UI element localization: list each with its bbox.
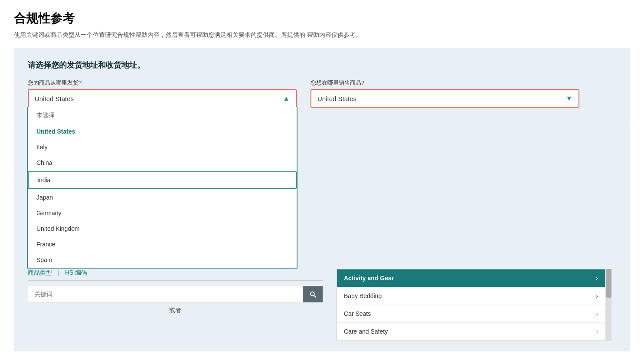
- main-card: 请选择您的发货地址和收货地址。 您的商品从哪里发货? United States…: [14, 48, 630, 121]
- category-item-label: Activity and Gear: [344, 275, 394, 282]
- dropdown-item-india[interactable]: India: [28, 171, 297, 189]
- to-select-display[interactable]: United States ▼: [311, 90, 579, 107]
- dropdown-item-united-kingdom[interactable]: United Kingdom: [28, 221, 297, 236]
- dropdown-item-united-states[interactable]: United States: [28, 124, 297, 139]
- from-dropdown-container: United States ▲ 未选择 United States Italy …: [28, 89, 297, 107]
- category-wrapper: Activity and Gear › Baby Bedding › Car S…: [337, 269, 605, 341]
- from-chevron-up-icon: ▲: [283, 95, 290, 102]
- dropdown-item-france[interactable]: France: [28, 236, 297, 252]
- page-title: 合规性参考: [14, 10, 630, 27]
- tab-hs-code[interactable]: HS 编码: [65, 269, 87, 277]
- from-select-display[interactable]: United States ▲: [29, 90, 296, 107]
- category-item-label: Baby Bedding: [344, 292, 382, 299]
- to-field-label: 您想在哪里销售商品?: [311, 79, 579, 87]
- chevron-right-icon: ›: [596, 275, 598, 282]
- category-item-label: Car Seats: [344, 310, 371, 317]
- card-subtitle: 请选择您的发货地址和收货地址。: [28, 60, 616, 70]
- category-item-activity-gear[interactable]: Activity and Gear ›: [337, 269, 605, 287]
- category-list: Activity and Gear › Baby Bedding › Car S…: [337, 269, 605, 341]
- to-address-field: 您想在哪里销售商品? United States ▼: [311, 79, 579, 108]
- search-row: [28, 286, 323, 302]
- dropdown-item-germany[interactable]: Germany: [28, 205, 297, 221]
- from-select-wrapper[interactable]: United States ▲: [28, 89, 297, 107]
- from-dropdown-list: 未选择 United States Italy China India Japa…: [27, 107, 297, 269]
- address-row: 您的商品从哪里发货? United States ▲ 未选择 United St…: [28, 79, 616, 108]
- search-button[interactable]: [303, 286, 323, 302]
- or-divider: 或者: [28, 307, 323, 315]
- chevron-right-icon: ›: [596, 292, 598, 299]
- from-address-field: 您的商品从哪里发货? United States ▲ 未选择 United St…: [28, 79, 297, 107]
- tab-bar: 商品类型 ｜ HS 编码: [28, 269, 323, 281]
- left-panel: 商品类型 ｜ HS 编码 或者: [28, 269, 323, 319]
- dropdown-item-china[interactable]: China: [28, 155, 297, 171]
- dropdown-item-unselected[interactable]: 未选择: [28, 107, 297, 124]
- chevron-right-icon: ›: [596, 328, 598, 335]
- to-chevron-down-icon: ▼: [566, 95, 572, 102]
- page-description: 使用关键词或商品类型从一个位置研究合规性帮助内容，然后查看可帮助您满足相关要求的…: [14, 31, 630, 39]
- scrollbar-track[interactable]: [606, 269, 611, 341]
- to-select-wrapper[interactable]: United States ▼: [311, 89, 579, 108]
- category-item-baby-bedding[interactable]: Baby Bedding ›: [337, 287, 605, 305]
- tab-product-type[interactable]: 商品类型: [28, 269, 52, 277]
- search-icon: [309, 290, 317, 298]
- search-input[interactable]: [28, 286, 303, 302]
- tab-separator: ｜: [56, 269, 62, 277]
- category-item-label: Care and Safety: [344, 328, 388, 335]
- from-selected-value: United States: [35, 95, 74, 102]
- from-field-label: 您的商品从哪里发货?: [28, 79, 297, 87]
- right-panel: Activity and Gear › Baby Bedding › Car S…: [337, 269, 605, 341]
- scrollbar-thumb[interactable]: [606, 269, 611, 298]
- chevron-right-icon: ›: [596, 310, 598, 317]
- dropdown-item-spain[interactable]: Spain: [28, 252, 297, 268]
- to-selected-value: United States: [317, 95, 356, 102]
- category-item-car-seats[interactable]: Car Seats ›: [337, 305, 605, 323]
- dropdown-item-japan[interactable]: Japan: [28, 190, 297, 205]
- dropdown-item-italy[interactable]: Italy: [28, 139, 297, 155]
- category-item-care-safety[interactable]: Care and Safety ›: [337, 323, 605, 341]
